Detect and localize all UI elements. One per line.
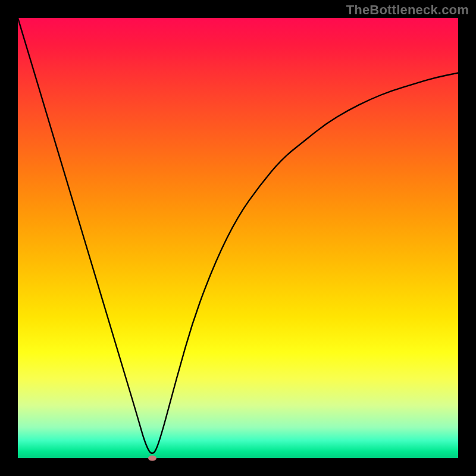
bottleneck-curve [18, 18, 458, 458]
chart-frame: TheBottleneck.com [0, 0, 476, 476]
plot-area [18, 18, 458, 458]
minimum-marker [148, 456, 156, 461]
curve-path [18, 18, 458, 453]
watermark-text: TheBottleneck.com [346, 2, 469, 18]
